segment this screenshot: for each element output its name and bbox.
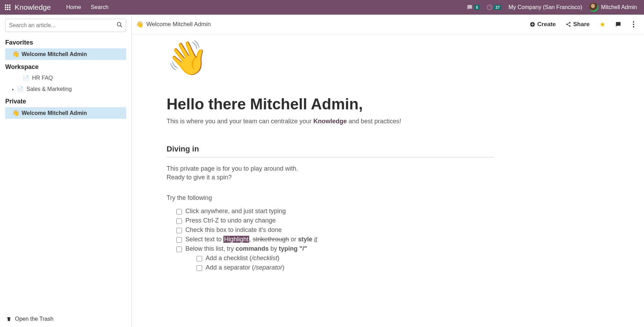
create-button[interactable]: Create: [530, 21, 556, 28]
subtitle[interactable]: This is where you and your team can cent…: [167, 118, 494, 125]
checkbox[interactable]: [176, 228, 182, 233]
sidebar-item-label: Welcome Mitchell Admin: [22, 51, 87, 57]
svg-rect-4: [531, 24, 534, 24]
section-heading[interactable]: Diving in: [167, 145, 494, 157]
nav-home[interactable]: Home: [66, 4, 81, 10]
nav-search[interactable]: Search: [91, 4, 109, 10]
sidebar-item-label: Sales & Marketing: [26, 86, 72, 92]
activities-button[interactable]: 27: [487, 5, 501, 10]
intro-p2[interactable]: Ready to give it a spin?: [167, 174, 494, 181]
caret-right-icon[interactable]: ▸: [12, 87, 17, 92]
messages-button[interactable]: 5: [467, 5, 480, 10]
activities-badge: 27: [494, 5, 501, 10]
sidebar-item-welcome-fav[interactable]: 👋 Welcome Mitchell Admin: [5, 48, 126, 60]
bold-span: style: [298, 236, 312, 243]
user-menu[interactable]: Mitchell Admin: [589, 3, 637, 12]
kebab-dot: [633, 26, 634, 28]
share-button[interactable]: Share: [566, 21, 590, 28]
section-private: Private: [0, 95, 131, 107]
subtitle-post: and best practices!: [347, 118, 401, 125]
create-label: Create: [537, 21, 556, 28]
app-brand[interactable]: Knowledge: [15, 3, 51, 11]
checkbox[interactable]: [197, 256, 202, 262]
list-item[interactable]: Press Ctrl-Z to undo any change: [176, 216, 494, 225]
list-item[interactable]: Add a checklist (/checklist): [197, 254, 494, 263]
svg-line-1: [120, 25, 122, 27]
kebab-dot: [633, 21, 634, 23]
search-input[interactable]: [5, 19, 126, 32]
checkbox[interactable]: [176, 247, 182, 252]
list-item-text: Add a checklist (/checklist): [206, 255, 279, 262]
page-title[interactable]: Hello there Mitchell Admin,: [167, 95, 494, 113]
subtitle-bold: Knowledge: [313, 118, 347, 125]
svg-point-6: [569, 22, 570, 23]
checklist-nested: Add a checklist (/checklist) Add a separ…: [197, 254, 494, 272]
sidebar: Favorites 👋 Welcome Mitchell Admin Works…: [0, 15, 132, 327]
doc-scroll[interactable]: 👋 Hello there Mitchell Admin, This is wh…: [132, 34, 644, 327]
checkbox[interactable]: [176, 209, 182, 215]
svg-point-5: [566, 24, 568, 25]
list-item[interactable]: Below this list, try commands by typing …: [176, 244, 494, 254]
em: /separator: [254, 264, 282, 271]
list-item[interactable]: Click anywhere, and just start typing: [176, 207, 494, 216]
list-item-text: Below this list, try commands by typing …: [185, 245, 307, 252]
subtitle-pre: This is where you and your team can cent…: [167, 118, 313, 125]
checklist: Click anywhere, and just start typing Pr…: [176, 207, 494, 254]
document-body[interactable]: 👋 Hello there Mitchell Admin, This is wh…: [167, 34, 501, 286]
list-item-text: Click anywhere, and just start typing: [185, 208, 286, 215]
apps-icon[interactable]: [5, 5, 10, 10]
list-item[interactable]: Add a separator (/separator): [197, 263, 494, 272]
italic-underline-span: it: [314, 236, 317, 243]
kebab-dot: [633, 24, 634, 25]
breadcrumb-title: Welcome Mitchell Admin: [146, 21, 211, 28]
t: ): [282, 264, 284, 271]
top-navbar: Knowledge Home Search 5 27 My Company (S…: [0, 0, 644, 15]
bold-span: commands: [236, 245, 269, 252]
share-icon: [566, 22, 571, 27]
wave-icon: 👋: [12, 109, 20, 117]
company-selector[interactable]: My Company (San Francisco): [508, 4, 582, 10]
bold-span: typing "/": [279, 245, 307, 252]
t: Add a checklist (: [206, 255, 252, 262]
t: Add a separator (: [206, 264, 254, 271]
svg-point-0: [117, 22, 121, 26]
list-item-text: Add a separator (/separator): [206, 264, 284, 271]
list-item[interactable]: Select text to Highlight, strikethrough …: [176, 235, 494, 244]
sidebar-item-welcome-priv[interactable]: 👋 Welcome Mitchell Admin: [5, 107, 126, 119]
t: ,: [249, 236, 253, 243]
chatter-button[interactable]: [615, 22, 621, 27]
doc-icon: 📄: [17, 86, 24, 92]
chat-icon: [615, 22, 621, 27]
sidebar-item-label: HR FAQ: [32, 75, 53, 81]
username: Mitchell Admin: [601, 4, 637, 10]
toolbar: 👋 Welcome Mitchell Admin Create Share ★: [132, 15, 644, 34]
list-item-text: Check this box to indicate it's done: [185, 226, 282, 234]
checkbox[interactable]: [197, 265, 202, 271]
checkbox[interactable]: [176, 237, 182, 243]
avatar: [589, 3, 598, 12]
cover-emoji[interactable]: 👋: [167, 41, 494, 75]
chat-icon: [467, 5, 473, 10]
t: ): [277, 255, 279, 262]
t: Below this list, try: [185, 245, 236, 252]
wave-icon: 👋: [12, 50, 20, 58]
main: Favorites 👋 Welcome Mitchell Admin Works…: [0, 15, 644, 327]
checkbox[interactable]: [176, 218, 182, 224]
trash-icon: [6, 316, 12, 322]
list-item[interactable]: Check this box to indicate it's done: [176, 225, 494, 235]
breadcrumb[interactable]: 👋 Welcome Mitchell Admin: [136, 21, 211, 28]
open-trash-label: Open the Trash: [15, 316, 53, 322]
favorite-star-icon[interactable]: ★: [599, 20, 606, 29]
clock-icon: [487, 5, 492, 10]
content: 👋 Welcome Mitchell Admin Create Share ★: [132, 15, 644, 327]
intro-p3[interactable]: Try the following: [167, 194, 494, 202]
intro-p1[interactable]: This private page is for you to play aro…: [167, 165, 494, 172]
sidebar-item-hr-faq[interactable]: 📄 HR FAQ: [5, 73, 126, 83]
sidebar-item-sales-marketing[interactable]: ▸ 📄 Sales & Marketing: [5, 84, 126, 94]
open-trash[interactable]: Open the Trash: [0, 311, 131, 327]
section-favorites: Favorites: [0, 36, 131, 48]
more-menu-button[interactable]: [631, 20, 636, 29]
wave-icon: 👋: [136, 21, 144, 28]
search-icon[interactable]: [116, 22, 123, 29]
messages-badge: 5: [474, 5, 480, 10]
